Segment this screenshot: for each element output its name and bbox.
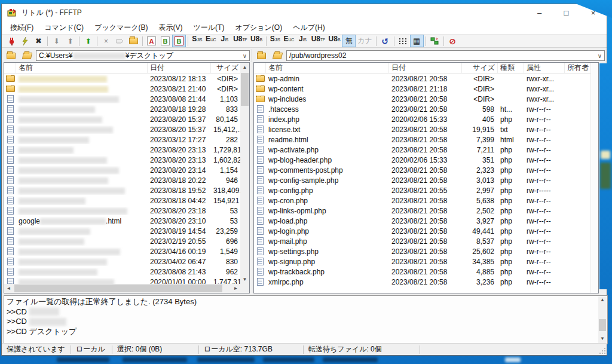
remote-header-attr[interactable]: 属性: [524, 63, 565, 73]
scroll-left-arrow[interactable]: ◄: [4, 284, 13, 293]
remote-file-row[interactable]: wp-load.php 2023/08/21 20:58 3,927 php r…: [254, 216, 590, 226]
remote-updir-button[interactable]: [254, 50, 268, 61]
menu-item[interactable]: ヘルプ(H): [287, 22, 331, 34]
kanji-code-button[interactable]: S JIS: [268, 35, 282, 47]
local-file-row[interactable]: 2023/08/08 21:43 962: [4, 267, 240, 277]
remote-file-row[interactable]: xmlrpc.php 2023/08/21 20:58 3,236 php rw…: [254, 277, 590, 287]
local-file-row[interactable]: 2023/08/18 04:42 154,921: [4, 195, 240, 206]
maximize-button[interactable]: □: [553, 4, 580, 22]
chevron-down-icon[interactable]: ∨: [243, 53, 247, 59]
local-file-row[interactable]: 2023/08/12 18:13 <DIR>: [4, 74, 240, 84]
scroll-down-arrow[interactable]: ▼: [240, 275, 249, 284]
local-file-row[interactable]: google.html 2023/08/20 23:10 53: [4, 216, 240, 226]
remote-header-size[interactable]: サイズ: [462, 63, 498, 73]
menu-item[interactable]: オプション(O): [230, 22, 287, 34]
delete-button[interactable]: ×: [99, 35, 113, 47]
remote-header-name[interactable]: 名前: [266, 63, 389, 73]
sort-settings-button[interactable]: [428, 35, 442, 47]
abort-button[interactable]: ⊘: [446, 35, 460, 47]
scroll-up-arrow[interactable]: ▲: [598, 296, 607, 304]
local-horizontal-scrollbar[interactable]: ◄ ►: [4, 284, 240, 293]
remote-file-row[interactable]: wp-includes 2023/08/21 20:58 <DIR> rwxr-…: [254, 94, 590, 104]
remote-file-row[interactable]: license.txt 2023/08/21 20:58 19,915 txt …: [254, 124, 590, 134]
remote-file-row[interactable]: wp-mail.php 2023/08/21 20:58 8,537 php r…: [254, 236, 590, 246]
kana-none-button[interactable]: 無: [342, 35, 356, 47]
kana-convert-button[interactable]: カナ: [356, 35, 374, 47]
local-file-row[interactable]: 2023/08/08 21:44 1,103: [4, 94, 240, 104]
remote-file-row[interactable]: wp-config-sample.php 2023/08/21 20:58 3,…: [254, 175, 590, 185]
ascii-mode-button[interactable]: A: [145, 35, 158, 47]
remote-file-row[interactable]: wp-admin 2023/08/21 20:58 <DIR> rwxr-xr.…: [254, 74, 590, 84]
remote-header-date[interactable]: 日付: [389, 63, 462, 73]
kanji-code-button[interactable]: E UC: [282, 35, 296, 47]
rename-button[interactable]: [113, 35, 127, 47]
minimize-button[interactable]: –: [526, 4, 553, 22]
menu-item[interactable]: ツール(T): [188, 22, 230, 34]
scrollbar-thumb[interactable]: [241, 73, 249, 106]
remote-file-row[interactable]: wp-settings.php 2023/08/21 20:58 25,602 …: [254, 246, 590, 256]
remote-file-row[interactable]: wp-blog-header.php 2020/02/06 15:33 351 …: [254, 155, 590, 165]
local-header-size[interactable]: サイズ: [211, 63, 241, 73]
local-updir-button[interactable]: [4, 50, 18, 61]
local-file-row[interactable]: 2023/08/20 15:37 80,145: [4, 114, 240, 124]
menu-item[interactable]: 接続(F): [5, 22, 39, 34]
auto-mode-button[interactable]: B: [172, 35, 186, 47]
kanji-code-button[interactable]: U8 TF: [310, 35, 327, 47]
remote-path-combobox[interactable]: /pub/wordpress02 ∨: [286, 50, 605, 61]
local-vertical-scrollbar[interactable]: ▲ ▼: [240, 63, 249, 284]
local-header-name[interactable]: 名前: [16, 63, 148, 73]
local-file-row[interactable]: 2023/08/21 21:40 <DIR>: [4, 84, 240, 94]
menu-item[interactable]: 表示(V): [154, 22, 188, 34]
local-file-row[interactable]: 2023/08/20 23:13 1,602,829: [4, 155, 240, 165]
scrollbar-thumb[interactable]: [599, 319, 606, 331]
local-change-dir-button[interactable]: [20, 50, 34, 61]
local-file-row[interactable]: 2023/04/16 00:19 1,549: [4, 246, 240, 256]
remote-file-row[interactable]: wp-content 2023/08/21 21:18 <DIR> rwxr-x…: [254, 84, 590, 94]
kanji-code-button[interactable]: U8 B: [249, 35, 264, 47]
remote-file-row[interactable]: wp-login.php 2023/08/21 20:58 49,441 php…: [254, 226, 590, 236]
local-file-row[interactable]: 2023/08/18 19:52 318,409...: [4, 185, 240, 195]
transfer-log[interactable]: ファイル一覧の取得は正常終了しました. (2734 Bytes) >>CD >>…: [4, 295, 608, 344]
local-file-row[interactable]: 2023/08/20 23:13 1,729,818: [4, 145, 240, 155]
local-file-row[interactable]: 2023/04/02 06:47 830: [4, 256, 240, 267]
kanji-code-button[interactable]: J IS: [218, 35, 231, 47]
upload-button[interactable]: ⬆: [63, 35, 77, 47]
kanji-code-button[interactable]: E UC: [204, 35, 218, 47]
resize-grip[interactable]: [599, 348, 605, 354]
menu-item[interactable]: ブックマーク(B): [89, 22, 153, 34]
log-vertical-scrollbar[interactable]: ▲ ▼: [598, 296, 607, 343]
local-file-row[interactable]: 2023/08/20 15:37 15,412,...: [4, 124, 240, 134]
remote-file-row[interactable]: wp-activate.php 2023/08/21 20:58 7,211 p…: [254, 145, 590, 155]
local-file-row[interactable]: 2023/08/18 20:22 946: [4, 175, 240, 185]
remote-file-row[interactable]: .htaccess 2023/08/21 20:58 598 ht... rw-…: [254, 104, 590, 114]
remote-header-owner[interactable]: 所有者: [565, 63, 592, 73]
menu-item[interactable]: コマンド(C): [39, 22, 89, 34]
quick-connect-button[interactable]: [18, 35, 32, 47]
remote-file-row[interactable]: wp-links-opml.php 2023/08/21 20:58 2,502…: [254, 206, 590, 216]
remote-file-row[interactable]: index.php 2020/02/06 15:33 405 php rw-r-…: [254, 114, 590, 124]
remote-file-row[interactable]: wp-signup.php 2023/08/21 20:58 34,385 ph…: [254, 256, 590, 267]
local-file-row[interactable]: 2023/08/19 14:54 23,259: [4, 226, 240, 236]
remote-file-row[interactable]: readme.html 2023/08/21 20:58 7,399 html …: [254, 134, 590, 145]
download-button[interactable]: ⬇: [50, 35, 63, 47]
remote-file-row[interactable]: wp-cron.php 2023/08/21 20:58 5,638 php r…: [254, 195, 590, 206]
kanji-code-button[interactable]: U8 B: [327, 35, 342, 47]
local-path-combobox[interactable]: C:¥Users¥ ¥デスクトップ ∨: [36, 50, 250, 61]
scrollbar-thumb[interactable]: [14, 285, 222, 292]
mirror-upload-button[interactable]: ⬆: [81, 35, 95, 47]
local-file-row[interactable]: 2023/08/20 23:14 1,154: [4, 165, 240, 175]
local-file-row[interactable]: 2023/08/18 19:28 833: [4, 104, 240, 114]
kanji-code-button[interactable]: S JIS: [190, 35, 204, 47]
kanji-code-button[interactable]: J IS: [296, 35, 310, 47]
local-header-date[interactable]: 日付: [148, 63, 211, 73]
scroll-right-arrow[interactable]: ►: [231, 284, 240, 293]
scroll-down-arrow[interactable]: ▼: [598, 335, 607, 343]
remote-change-dir-button[interactable]: [270, 50, 284, 61]
remote-header-type[interactable]: 種類: [498, 63, 524, 73]
remote-file-row[interactable]: wp-comments-post.php 2023/08/21 20:58 2,…: [254, 165, 590, 175]
binary-mode-button[interactable]: B: [158, 35, 172, 47]
connect-button[interactable]: [4, 35, 18, 47]
make-directory-button[interactable]: [127, 35, 140, 47]
detail-view-button[interactable]: ▦: [410, 35, 424, 47]
refresh-button[interactable]: ↺: [378, 35, 392, 47]
